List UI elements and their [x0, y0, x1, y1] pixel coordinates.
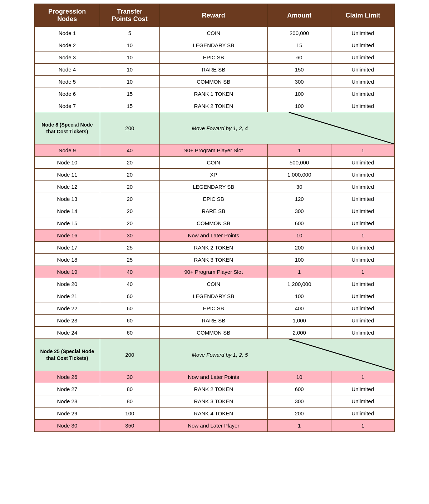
cost-cell: 20 [100, 157, 159, 169]
node-cell: Node 21 [34, 290, 100, 302]
amount-cell: 60 [267, 51, 331, 64]
amount-cell: 1 [267, 266, 331, 278]
claim-cell: Unlimited [331, 88, 395, 100]
table-row: Node 210LEGENDARY SB15Unlimited [34, 39, 395, 51]
reward-cell: LEGENDARY SB [159, 39, 267, 51]
cost-cell: 40 [100, 278, 159, 290]
amount-cell: 1,000,000 [267, 169, 331, 181]
cost-cell: 15 [100, 88, 159, 100]
table-row: Node 15COIN200,000Unlimited [34, 27, 395, 39]
claim-cell: Unlimited [331, 290, 395, 302]
table-row: Node 1520COMMON SB600Unlimited [34, 217, 395, 229]
node-cell: Node 30 [34, 420, 100, 432]
table-row: Node 194090+ Program Player Slot11 [34, 266, 395, 278]
reward-cell: EPIC SB [159, 51, 267, 64]
claim-cell: Unlimited [331, 302, 395, 315]
claim-cell: 1 [331, 144, 395, 157]
node-cell: Node 18 [34, 254, 100, 266]
amount-cell: 200 [267, 407, 331, 420]
cost-cell: 60 [100, 302, 159, 315]
amount-cell: 10 [267, 229, 331, 242]
claim-cell: Unlimited [331, 100, 395, 112]
node-cell: Node 13 [34, 193, 100, 205]
claim-cell: Unlimited [331, 407, 395, 420]
table-row: Node 29100RANK 4 TOKEN200Unlimited [34, 407, 395, 420]
node-cell: Node 9 [34, 144, 100, 157]
table-row: Node 2460COMMON SB2,000Unlimited [34, 327, 395, 339]
reward-special-cell: Move Foward by 1, 2, 5 [159, 339, 395, 371]
cost-cell: 20 [100, 181, 159, 193]
amount-cell: 1 [267, 144, 331, 157]
amount-cell: 600 [267, 383, 331, 395]
amount-cell: 120 [267, 193, 331, 205]
table-row: Node 310EPIC SB60Unlimited [34, 51, 395, 64]
cost-cell: 20 [100, 205, 159, 217]
node-cell: Node 20 [34, 278, 100, 290]
cost-cell: 25 [100, 254, 159, 266]
table-row: Node 2260EPIC SB400Unlimited [34, 302, 395, 315]
amount-cell: 200,000 [267, 27, 331, 39]
cost-cell: 30 [100, 229, 159, 242]
reward-cell: RANK 3 TOKEN [159, 395, 267, 407]
node-cell: Node 17 [34, 242, 100, 254]
table-row: Node 1420RARE SB300Unlimited [34, 205, 395, 217]
header-reward: Reward [159, 4, 267, 27]
table-row: Node 2780RANK 2 TOKEN600Unlimited [34, 383, 395, 395]
claim-cell: Unlimited [331, 383, 395, 395]
reward-cell: 90+ Program Player Slot [159, 266, 267, 278]
cost-cell: 20 [100, 193, 159, 205]
table-row: Node 25 (Special Node that Cost Tickets)… [34, 339, 395, 371]
header-amount: Amount [267, 4, 331, 27]
amount-cell: 100 [267, 254, 331, 266]
table-row: Node 1120XP1,000,000Unlimited [34, 169, 395, 181]
table-row: Node 615RANK 1 TOKEN100Unlimited [34, 88, 395, 100]
cost-cell: 10 [100, 39, 159, 51]
claim-cell: Unlimited [331, 169, 395, 181]
reward-cell: XP [159, 169, 267, 181]
table-row: Node 2630Now and Later Points101 [34, 371, 395, 383]
amount-cell: 150 [267, 64, 331, 76]
reward-cell: COIN [159, 278, 267, 290]
node-cell: Node 27 [34, 383, 100, 395]
claim-cell: 1 [331, 229, 395, 242]
table-row: Node 2040COIN1,200,000Unlimited [34, 278, 395, 290]
amount-cell: 400 [267, 302, 331, 315]
amount-cell: 500,000 [267, 157, 331, 169]
amount-cell: 15 [267, 39, 331, 51]
table-row: Node 1725RANK 2 TOKEN200Unlimited [34, 242, 395, 254]
amount-cell: 1,200,000 [267, 278, 331, 290]
reward-cell: LEGENDARY SB [159, 181, 267, 193]
cost-cell: 200 [100, 112, 159, 144]
reward-special-cell: Move Foward by 1, 2, 4 [159, 112, 395, 144]
node-cell: Node 19 [34, 266, 100, 278]
claim-cell: Unlimited [331, 157, 395, 169]
claim-cell: Unlimited [331, 193, 395, 205]
amount-cell: 300 [267, 205, 331, 217]
reward-cell: RANK 2 TOKEN [159, 383, 267, 395]
node-cell: Node 3 [34, 51, 100, 64]
reward-text: Move Foward by 1, 2, 5 [160, 339, 277, 371]
node-cell: Node 8 (Special Node that Cost Tickets) [34, 112, 100, 144]
node-cell: Node 23 [34, 315, 100, 327]
cost-cell: 5 [100, 27, 159, 39]
amount-cell: 600 [267, 217, 331, 229]
node-cell: Node 26 [34, 371, 100, 383]
table-row: Node 1630Now and Later Points101 [34, 229, 395, 242]
claim-cell: Unlimited [331, 254, 395, 266]
cost-cell: 40 [100, 144, 159, 157]
reward-cell: RANK 2 TOKEN [159, 100, 267, 112]
claim-cell: Unlimited [331, 181, 395, 193]
cost-cell: 60 [100, 290, 159, 302]
amount-cell: 100 [267, 100, 331, 112]
table-row: Node 510COMMON SB300Unlimited [34, 76, 395, 88]
cost-cell: 10 [100, 51, 159, 64]
claim-cell: 1 [331, 266, 395, 278]
reward-cell: COMMON SB [159, 327, 267, 339]
table-row: Node 2880RANK 3 TOKEN300Unlimited [34, 395, 395, 407]
reward-cell: EPIC SB [159, 302, 267, 315]
node-cell: Node 4 [34, 64, 100, 76]
claim-cell: 1 [331, 420, 395, 432]
node-cell: Node 11 [34, 169, 100, 181]
table-row: Node 1020COIN500,000Unlimited [34, 157, 395, 169]
reward-cell: RARE SB [159, 315, 267, 327]
